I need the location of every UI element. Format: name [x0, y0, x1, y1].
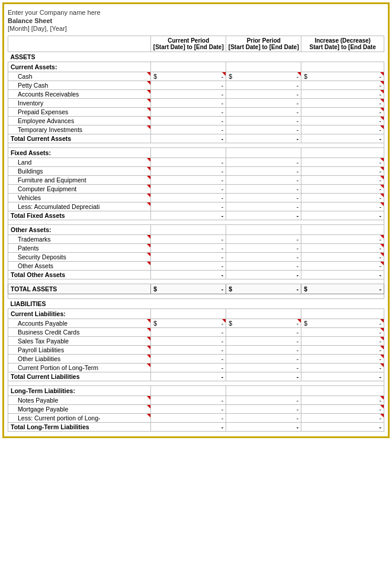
row-label[interactable]: Notes Payable	[8, 396, 151, 405]
row-label[interactable]: Payroll Liabilities	[8, 346, 151, 355]
increase-val[interactable]: -	[301, 235, 384, 244]
current-val[interactable]: -	[151, 337, 226, 346]
increase-val[interactable]: -	[301, 337, 384, 346]
prior-val[interactable]: -	[226, 158, 301, 167]
prior-val[interactable]: -	[226, 337, 301, 346]
row-label[interactable]: Accounts Receivables	[8, 90, 151, 99]
row-label[interactable]: Less: Current portion of Long-	[8, 414, 151, 423]
increase-val[interactable]: -	[301, 262, 384, 271]
increase-val[interactable]: -	[301, 405, 384, 414]
current-val[interactable]: -	[151, 167, 226, 176]
prior-val[interactable]: -	[226, 253, 301, 262]
prior-val[interactable]: $-	[226, 72, 301, 81]
company-name[interactable]: Enter your Company name here	[8, 9, 384, 16]
report-date[interactable]: [Month] [Day], [Year]	[8, 25, 384, 32]
prior-val[interactable]: -	[226, 176, 301, 185]
prior-val[interactable]: -	[226, 126, 301, 134]
row-label[interactable]: Land	[8, 158, 151, 167]
prior-val[interactable]: $-	[226, 319, 301, 328]
current-val[interactable]: -	[151, 158, 226, 167]
prior-val[interactable]: -	[226, 262, 301, 271]
current-val[interactable]: -	[151, 328, 226, 337]
row-label[interactable]: Vehicles	[8, 194, 151, 202]
row-label[interactable]: Other Liabilities	[8, 355, 151, 364]
prior-val[interactable]: -	[226, 90, 301, 99]
current-val[interactable]: -	[151, 99, 226, 108]
row-label[interactable]: Mortgage Payable	[8, 405, 151, 414]
row-label[interactable]: Less: Accumulated Depreciati	[8, 202, 151, 211]
current-val[interactable]: -	[151, 414, 226, 423]
current-val[interactable]: -	[151, 185, 226, 194]
row-label[interactable]: Prepaid Expenses	[8, 108, 151, 117]
increase-val[interactable]: $-	[301, 72, 384, 81]
increase-val[interactable]: -	[301, 355, 384, 364]
row-label[interactable]: Security Deposits	[8, 253, 151, 262]
prior-val[interactable]: -	[226, 194, 301, 202]
current-val[interactable]: $-	[151, 319, 226, 328]
increase-val[interactable]: -	[301, 158, 384, 167]
row-label[interactable]: Petty Cash	[8, 81, 151, 90]
current-val[interactable]: -	[151, 396, 226, 405]
increase-val[interactable]: -	[301, 81, 384, 90]
current-val[interactable]: -	[151, 117, 226, 126]
current-val[interactable]: -	[151, 364, 226, 372]
increase-val[interactable]: -	[301, 396, 384, 405]
prior-val[interactable]: -	[226, 244, 301, 253]
increase-val[interactable]: -	[301, 176, 384, 185]
increase-val[interactable]: -	[301, 194, 384, 202]
increase-val[interactable]: -	[301, 202, 384, 211]
prior-val[interactable]: -	[226, 235, 301, 244]
increase-val[interactable]: -	[301, 99, 384, 108]
prior-val[interactable]: -	[226, 328, 301, 337]
increase-val[interactable]: -	[301, 414, 384, 423]
prior-val[interactable]: -	[226, 364, 301, 372]
increase-val[interactable]: -	[301, 167, 384, 176]
current-val[interactable]: -	[151, 90, 226, 99]
increase-val[interactable]: -	[301, 364, 384, 372]
row-label[interactable]: Employee Advances	[8, 117, 151, 126]
row-label[interactable]: Temporary Investments	[8, 126, 151, 134]
increase-val[interactable]: -	[301, 117, 384, 126]
current-val[interactable]: -	[151, 346, 226, 355]
row-label[interactable]: Trademarks	[8, 235, 151, 244]
increase-val[interactable]: -	[301, 108, 384, 117]
prior-val[interactable]: -	[226, 396, 301, 405]
prior-val[interactable]: -	[226, 108, 301, 117]
current-val[interactable]: -	[151, 126, 226, 134]
current-val[interactable]: -	[151, 176, 226, 185]
prior-val[interactable]: -	[226, 202, 301, 211]
row-label[interactable]: Sales Tax Payable	[8, 337, 151, 346]
increase-val[interactable]: -	[301, 126, 384, 134]
row-label[interactable]: Cash	[8, 72, 151, 81]
prior-val[interactable]: -	[226, 414, 301, 423]
current-val[interactable]: -	[151, 355, 226, 364]
row-label[interactable]: Business Credit Cards	[8, 328, 151, 337]
current-val[interactable]: $-	[151, 72, 226, 81]
prior-val[interactable]: -	[226, 167, 301, 176]
row-label[interactable]: Computer Equipment	[8, 185, 151, 194]
current-val[interactable]: -	[151, 262, 226, 271]
prior-val[interactable]: -	[226, 99, 301, 108]
current-val[interactable]: -	[151, 202, 226, 211]
prior-val[interactable]: -	[226, 81, 301, 90]
current-val[interactable]: -	[151, 108, 226, 117]
increase-val[interactable]: -	[301, 328, 384, 337]
row-label[interactable]: Buildings	[8, 167, 151, 176]
prior-val[interactable]: -	[226, 185, 301, 194]
increase-val[interactable]: -	[301, 346, 384, 355]
row-label[interactable]: Current Portion of Long-Term	[8, 364, 151, 372]
current-val[interactable]: -	[151, 194, 226, 202]
increase-val[interactable]: -	[301, 253, 384, 262]
increase-val[interactable]: -	[301, 185, 384, 194]
current-val[interactable]: -	[151, 253, 226, 262]
current-val[interactable]: -	[151, 81, 226, 90]
prior-val[interactable]: -	[226, 405, 301, 414]
prior-val[interactable]: -	[226, 355, 301, 364]
current-val[interactable]: -	[151, 405, 226, 414]
increase-val[interactable]: $-	[301, 319, 384, 328]
row-label[interactable]: Patents	[8, 244, 151, 253]
increase-val[interactable]: -	[301, 90, 384, 99]
prior-val[interactable]: -	[226, 346, 301, 355]
prior-val[interactable]: -	[226, 117, 301, 126]
current-val[interactable]: -	[151, 244, 226, 253]
